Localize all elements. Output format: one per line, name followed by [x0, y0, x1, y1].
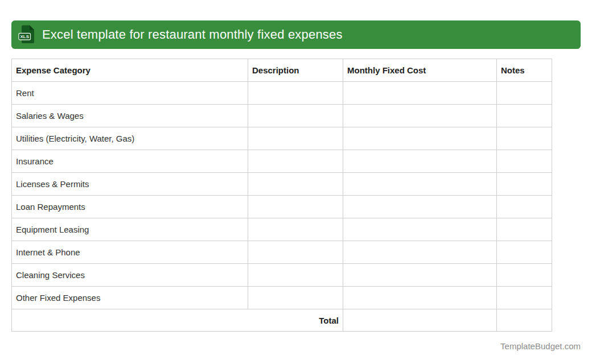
expense-category-cell: Other Fixed Expenses — [12, 287, 248, 309]
footer-site-credit: TemplateBudget.com — [11, 341, 581, 351]
notes-cell — [497, 173, 552, 196]
description-cell — [248, 127, 343, 150]
notes-cell — [497, 287, 552, 309]
monthly-cost-cell — [343, 264, 497, 287]
description-cell — [248, 287, 343, 309]
total-row: Total — [12, 309, 552, 332]
table-row: Utilities (Electricity, Water, Gas) — [12, 127, 552, 150]
monthly-cost-cell — [343, 105, 497, 127]
notes-cell — [497, 218, 552, 241]
table-row: Internet & Phone — [12, 241, 552, 264]
total-label-cell: Total — [12, 309, 343, 332]
description-cell — [248, 173, 343, 196]
table-row: Loan Repayments — [12, 196, 552, 218]
page: XLS Excel template for restaurant monthl… — [11, 20, 581, 351]
total-notes-cell — [497, 309, 552, 332]
expense-category-cell: Insurance — [12, 150, 248, 173]
monthly-cost-cell — [343, 150, 497, 173]
column-header-notes: Notes — [497, 59, 552, 82]
notes-cell — [497, 264, 552, 287]
description-cell — [248, 82, 343, 105]
column-header-expense-category: Expense Category — [12, 59, 248, 82]
monthly-cost-cell — [343, 241, 497, 264]
description-cell — [248, 264, 343, 287]
expense-category-cell: Salaries & Wages — [12, 105, 248, 127]
table-row: Insurance — [12, 150, 552, 173]
table-header-row: Expense Category Description Monthly Fix… — [12, 59, 552, 82]
total-monthly-cost-cell — [343, 309, 497, 332]
xls-file-icon: XLS — [18, 24, 35, 45]
template-banner: XLS Excel template for restaurant monthl… — [11, 20, 581, 49]
monthly-cost-cell — [343, 127, 497, 150]
notes-cell — [497, 82, 552, 105]
expense-category-cell: Cleaning Services — [12, 264, 248, 287]
description-cell — [248, 150, 343, 173]
expense-category-cell: Utilities (Electricity, Water, Gas) — [12, 127, 248, 150]
notes-cell — [497, 105, 552, 127]
table-row: Cleaning Services — [12, 264, 552, 287]
notes-cell — [497, 150, 552, 173]
xls-icon-label: XLS — [20, 34, 30, 39]
monthly-cost-cell — [343, 196, 497, 218]
description-cell — [248, 241, 343, 264]
table-row: Other Fixed Expenses — [12, 287, 552, 309]
notes-cell — [497, 127, 552, 150]
table-row: Rent — [12, 82, 552, 105]
monthly-cost-cell — [343, 218, 497, 241]
expense-category-cell: Loan Repayments — [12, 196, 248, 218]
notes-cell — [497, 241, 552, 264]
expense-category-cell: Equipment Leasing — [12, 218, 248, 241]
expense-category-cell: Rent — [12, 82, 248, 105]
table-row: Licenses & Permits — [12, 173, 552, 196]
fixed-expenses-table: Expense Category Description Monthly Fix… — [11, 59, 552, 332]
expense-category-cell: Internet & Phone — [12, 241, 248, 264]
column-header-description: Description — [248, 59, 343, 82]
monthly-cost-cell — [343, 82, 497, 105]
monthly-cost-cell — [343, 287, 497, 309]
expense-category-cell: Licenses & Permits — [12, 173, 248, 196]
notes-cell — [497, 196, 552, 218]
description-cell — [248, 218, 343, 241]
page-title: Excel template for restaurant monthly fi… — [42, 27, 343, 42]
column-header-monthly-fixed-cost: Monthly Fixed Cost — [343, 59, 497, 82]
description-cell — [248, 196, 343, 218]
table-row: Equipment Leasing — [12, 218, 552, 241]
monthly-cost-cell — [343, 173, 497, 196]
table-row: Salaries & Wages — [12, 105, 552, 127]
description-cell — [248, 105, 343, 127]
